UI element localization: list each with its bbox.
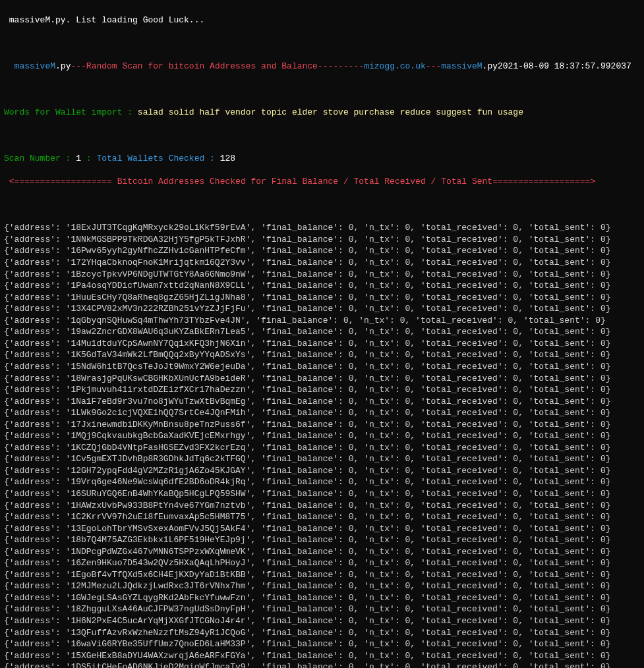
address-row: {'address': '19Vrq6ge46Ne9WcsWq6dfE2BD6o… xyxy=(4,476,640,488)
address-rows: {'address': '18ExJUT3TCqgKqMRxyck29oLiKk… xyxy=(4,222,640,668)
divider-left: < xyxy=(4,177,15,186)
banner-line: massiveM.py---Random Scan for bitcoin Ad… xyxy=(4,61,640,72)
wallets-label: Total Wallets Checked : xyxy=(96,153,220,163)
address-row: {'address': '13QFuffAzvRxWzheNzzftMsZ94y… xyxy=(4,627,640,639)
address-row: {'address': '1DS5itCHeFoAD6NKJjeD2MqiqWf… xyxy=(4,661,640,668)
blank-line-2 xyxy=(4,84,640,96)
address-row: {'address': '18ExJUT3TCqgKqMRxyck29oLiKk… xyxy=(4,222,640,234)
blank-line-3 xyxy=(4,130,640,142)
address-row: {'address': '1NDPcgPdWZGx467vMNN6TSPPzxW… xyxy=(4,546,640,558)
dashes-1: --- xyxy=(71,61,86,71)
address-row: {'address': '1Pa4osqYDDicfUwam7xttd2qNan… xyxy=(4,280,640,292)
address-row: {'address': '16SURuYGQ6EnB4WhYKaBQp5HCgL… xyxy=(4,488,640,500)
address-row: {'address': '1Na1F7eBd9r3vu7no8jWYuTzwXt… xyxy=(4,396,640,408)
address-row: {'address': '1NNkMGSBPP9TkRDGA32HjY5fgP5… xyxy=(4,234,640,246)
address-row: {'address': '17JxinewmdbiDKKyMnBnsu8peTn… xyxy=(4,419,640,431)
script-name-left: massiveM xyxy=(15,61,55,71)
address-row: {'address': '1BzcycTpkvVP6NDgUTWTGtY8Aa6… xyxy=(4,269,640,281)
script-name-right: massiveM xyxy=(441,61,482,71)
divider-right: > xyxy=(590,177,595,186)
address-row: {'address': '1qGbyqnSQHuwSq4mThwYh73TYbz… xyxy=(4,315,640,327)
site-name: mizogg.co.uk xyxy=(364,61,426,71)
divider-line: <=================== Bitcoin Addresses C… xyxy=(4,176,640,188)
address-row: {'address': '19aw2ZncrGDX8WAU6q3uKYZaBkE… xyxy=(4,326,640,338)
address-row: {'address': '1Pkjmuvuh41irxtdDZEizfXCr17… xyxy=(4,384,640,396)
address-row: {'address': '12GH72ypqFdd4gV2MZzR1gjA6Zo… xyxy=(4,465,640,477)
words-value: salad solid half vendor topic elder stov… xyxy=(138,107,523,117)
banner-title: Random Scan for bitcoin Addresses and Ba… xyxy=(86,61,318,71)
dashes-2: --------- xyxy=(318,61,364,71)
address-row: {'address': '1H6N2PxE4C5ucArYqMjXXGfJTCG… xyxy=(4,615,640,627)
address-row: {'address': '16waViG6RYBe35UffUmz7QnoED6… xyxy=(4,638,640,650)
address-row: {'address': '1C2KrrVV97h2uEi8fEumvaxAp5c… xyxy=(4,511,640,523)
wallets-count: 128 xyxy=(220,153,235,163)
dashes-3: --- xyxy=(426,61,441,71)
divider-eq-left: =================== xyxy=(15,177,112,186)
script-ext-right: .py xyxy=(483,61,498,71)
terminal-output: massiveM.py. List loading Good Luck... m… xyxy=(0,0,644,668)
scan-line: Scan Number : 1 : Total Wallets Checked … xyxy=(4,153,640,165)
address-row: {'address': '18ZhgguLXsA46AuCJFPW37ngUdS… xyxy=(4,603,640,615)
address-row: {'address': '1HAWzxUvbPw933B8PtYn4ve67YG… xyxy=(4,500,640,512)
words-label: Words for Wallet import : xyxy=(4,107,138,117)
blank-line-1 xyxy=(4,38,640,49)
address-row: {'address': '12MJMezu2LJQdkzjLwdRxc3JT6r… xyxy=(4,580,640,592)
address-row: {'address': '14Mu1dtduYCpSAwnNY7Qq1xKFQ3… xyxy=(4,338,640,350)
scan-sep: : xyxy=(81,153,96,163)
address-row: {'address': '18WrasjgPqUKswCBGHKbXUnUcfA… xyxy=(4,373,640,385)
address-row: {'address': '16Zen9HKuo7D543w2QVz5HXaQAq… xyxy=(4,557,640,569)
address-row: {'address': '172YHqaCbknoqFnoK1Mrijqtkm1… xyxy=(4,257,640,269)
address-row: {'address': '1MQj9CqkvaubkgBcbGaXadKVEjc… xyxy=(4,430,640,442)
address-row: {'address': '18b7Q4M75AZG3Ekbkx1L6PF519H… xyxy=(4,534,640,546)
scan-number: 1 xyxy=(76,153,81,163)
scan-label: Scan Number : xyxy=(4,153,76,163)
address-row: {'address': '16Pwv65yyh2gyNfhcZZHvicGanH… xyxy=(4,245,640,257)
address-row: {'address': '1EgoBf4vTfQXd5x6CH4EjKXDyYa… xyxy=(4,569,640,581)
divider-text: Bitcoin Addresses Checked for Final Bala… xyxy=(112,177,492,186)
address-row: {'address': '1GWJegLSAsGYZLqygRKd2AbFkcY… xyxy=(4,592,640,604)
loading-line: massiveM.py. List loading Good Luck... xyxy=(4,14,640,26)
address-row: {'address': '15NdW6hitB7QcsTeJoJt9WmxY2W… xyxy=(4,361,640,373)
script-ext-left: .py xyxy=(55,61,71,71)
address-row: {'address': '1HuuEsCHy7Q8aRheq8gzZ65HjZL… xyxy=(4,292,640,304)
address-row: {'address': '1KCZQjGbD4VNtpFasHGSEZvd3FX… xyxy=(4,442,640,454)
address-row: {'address': '15XGeHExB8aDYU4WAXzwrqjA6eA… xyxy=(4,650,640,662)
blank-line-4 xyxy=(4,199,640,211)
words-line: Words for Wallet import : salad solid ha… xyxy=(4,107,640,119)
address-row: {'address': '1LWk9Go2cicjVQXE1hQQ7SrtCe4… xyxy=(4,407,640,419)
address-row: {'address': '1Cv5gmEXTJDvhBp8R3GDhkJdTq6… xyxy=(4,453,640,465)
address-row: {'address': '13X4CPV82xMV3n222RZBh251vYz… xyxy=(4,303,640,315)
address-row: {'address': '13EgoLohTbrYMSvSxexAomFVvJ5… xyxy=(4,523,640,535)
address-row: {'address': '1K5GdTaV34mWk2LfBmQQq2xByYY… xyxy=(4,349,640,361)
banner-indent xyxy=(4,61,15,71)
timestamp: 2021-08-09 18:37:57.992037 xyxy=(498,61,631,71)
divider-eq-right: =================== xyxy=(492,177,590,186)
